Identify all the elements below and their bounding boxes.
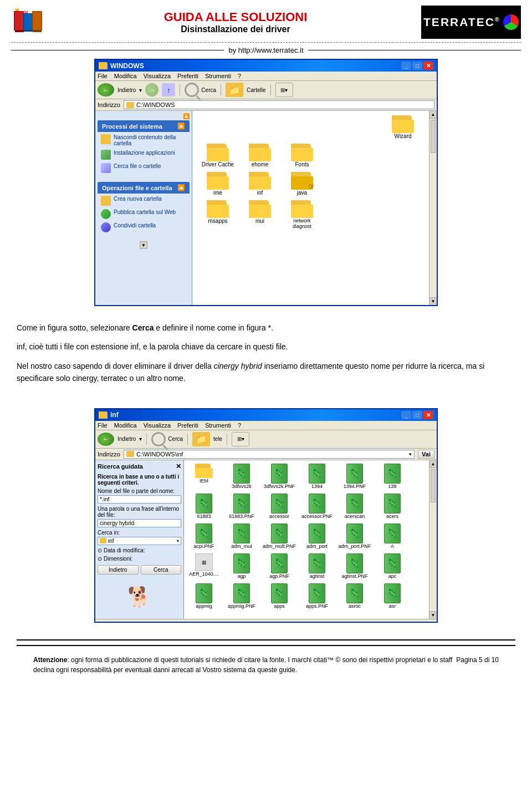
menu-modifica-2[interactable]: Modifica bbox=[114, 422, 137, 429]
menu-help-2[interactable]: ? bbox=[238, 422, 241, 429]
task-group-header-2[interactable]: Operazioni file e cartella 🔼 bbox=[98, 182, 190, 194]
scroll-down-indicator[interactable]: ▼ bbox=[98, 241, 190, 249]
file-drivercache[interactable]: Driver Cache bbox=[199, 144, 237, 167]
file2-appmig[interactable]: 🦎 appmig bbox=[186, 582, 222, 610]
name-input[interactable] bbox=[98, 495, 181, 504]
file2-1394-pnf[interactable]: 🦎 1394.PNF bbox=[337, 462, 372, 490]
minimize-button[interactable]: _ bbox=[401, 62, 411, 70]
search-label-1[interactable]: Cerca bbox=[201, 87, 216, 93]
size-collapse-icon[interactable]: ⊙ bbox=[98, 556, 102, 562]
menu-file-1[interactable]: File bbox=[98, 73, 108, 79]
file2-apps[interactable]: 🦎 apps bbox=[262, 582, 297, 610]
menu-preferiti-2[interactable]: Preferiti bbox=[177, 422, 198, 429]
maximize-button[interactable]: □ bbox=[412, 62, 422, 70]
search-in-combo[interactable]: inf ▾ bbox=[98, 537, 181, 545]
menu-strumenti-2[interactable]: Strumenti bbox=[205, 422, 231, 429]
file-mui[interactable]: mui bbox=[241, 200, 279, 229]
file2-adm-port[interactable]: 🦎 adm_port bbox=[299, 522, 335, 550]
file2-adm-mut[interactable]: 🦎 adm_mut bbox=[224, 522, 259, 550]
back-dropdown-1[interactable]: ▾ bbox=[139, 87, 142, 93]
address-field-2[interactable]: C:\WINDOWS\inf ▾ bbox=[124, 450, 415, 459]
file2-adm-mult-pnf[interactable]: 🦎 adm_mult.PNF bbox=[262, 522, 297, 550]
minimize-button-2[interactable]: _ bbox=[401, 411, 411, 419]
file2-acerscan[interactable]: 🦎 acerscan bbox=[337, 492, 372, 520]
file2-adm-port-pnf[interactable]: 🦎 adm_port.PNF bbox=[337, 522, 372, 550]
file2-139[interactable]: 🦎 139 bbox=[375, 462, 410, 490]
collapse-icon-2[interactable]: 🔼 bbox=[177, 184, 185, 191]
file2-apps-pnf[interactable]: 🦎 apps.PNF bbox=[299, 582, 335, 610]
address-dropdown-2[interactable]: ▾ bbox=[409, 451, 412, 457]
file2-agtinst[interactable]: 🦎 agtinst bbox=[299, 552, 335, 580]
file2-acers[interactable]: 🦎 acers bbox=[375, 492, 410, 520]
file2-3dfxvs2k-pnf[interactable]: 🦎 3dfxvs2k.PNF bbox=[262, 462, 297, 490]
search-close-icon[interactable]: ✕ bbox=[176, 462, 181, 470]
file-ehome[interactable]: ehome bbox=[241, 144, 279, 167]
menu-help-1[interactable]: ? bbox=[238, 73, 241, 79]
scrollbar-2[interactable]: ▲ ▼ bbox=[429, 460, 437, 619]
file-wizard[interactable]: Wizard bbox=[384, 115, 422, 139]
scrollbar-1[interactable]: ▲ ▼ bbox=[429, 111, 437, 305]
file2-apc[interactable]: 🦎 apc bbox=[375, 552, 410, 580]
scroll-up-2[interactable]: ▲ bbox=[429, 460, 437, 468]
task-item-hide[interactable]: Nascondi contenuto della cartella bbox=[101, 134, 186, 146]
file2-accessor-pnf[interactable]: 🦎 accessor.PNF bbox=[299, 492, 335, 520]
scroll-thumb-1[interactable] bbox=[431, 120, 436, 153]
file-network[interactable]: network diagnost bbox=[283, 200, 321, 229]
menu-strumenti-1[interactable]: Strumenti bbox=[205, 73, 231, 79]
file2-1394[interactable]: 🦎 1394 bbox=[299, 462, 335, 490]
file2-IEM[interactable]: IEM bbox=[186, 462, 222, 490]
phrase-input[interactable] bbox=[98, 519, 181, 527]
file2-asroc[interactable]: 🦎 asroc bbox=[337, 582, 372, 610]
scroll-down-1[interactable]: ▼ bbox=[429, 297, 437, 305]
file2-agtinst-pnf[interactable]: 🦎 agtinst.PNF bbox=[337, 552, 372, 580]
file2-acpi-pnf[interactable]: 🦎 acpi.PNF bbox=[186, 522, 222, 550]
menu-visualizza-1[interactable]: Visualizza bbox=[144, 73, 171, 79]
task-item-create[interactable]: Crea nuova cartella bbox=[101, 196, 186, 206]
up-button-1[interactable]: ↑ bbox=[162, 83, 175, 96]
file2-asr[interactable]: 🦎 asr bbox=[375, 582, 410, 610]
close-button[interactable]: ✕ bbox=[423, 62, 433, 70]
menu-preferiti-1[interactable]: Preferiti bbox=[177, 73, 198, 79]
file2-appmig-pnf[interactable]: 🦎 appmig.PNF bbox=[224, 582, 259, 610]
file-java[interactable]: ☞ java bbox=[283, 172, 321, 196]
view-button-1[interactable]: ⊞▾ bbox=[275, 83, 293, 97]
maximize-button-2[interactable]: □ bbox=[412, 411, 422, 419]
file-fonts[interactable]: Fonts bbox=[283, 144, 321, 167]
file2-AER[interactable]: ▦ AER_1040.... bbox=[186, 552, 222, 580]
file-inf[interactable]: inf bbox=[241, 172, 279, 196]
address-field-1[interactable]: C:\WINDOWS bbox=[124, 100, 434, 109]
task-item-publish[interactable]: Pubblica cartella sul Web bbox=[101, 209, 186, 219]
window-controls-2[interactable]: _ □ ✕ bbox=[401, 411, 433, 419]
back-dropdown-2[interactable]: ▾ bbox=[139, 436, 142, 442]
task-item-search[interactable]: Cerca file o cartelle bbox=[101, 163, 186, 173]
file2-61883[interactable]: 🦎 61883 bbox=[186, 492, 222, 520]
task-item-share[interactable]: Condividi cartella bbox=[101, 222, 186, 232]
file2-3dfxvs2k[interactable]: 🦎 3dfxvs2k bbox=[224, 462, 259, 490]
file-ime[interactable]: ime bbox=[199, 172, 237, 196]
search-label-2[interactable]: Cerca bbox=[168, 436, 183, 442]
size-section[interactable]: ⊙ Dimensioni: bbox=[98, 556, 181, 562]
file-msapps[interactable]: msapps bbox=[199, 200, 237, 229]
scroll-thumb-2[interactable] bbox=[431, 469, 436, 502]
scroll-arrow-up[interactable]: 🔼 bbox=[98, 113, 190, 119]
forward-button-1[interactable]: → bbox=[145, 83, 158, 96]
file2-accessor[interactable]: 🦎 accessor bbox=[262, 492, 297, 520]
menu-file-2[interactable]: File bbox=[98, 422, 108, 429]
window-controls[interactable]: _ □ ✕ bbox=[401, 62, 433, 70]
date-section[interactable]: ⊙ Data di modifica: bbox=[98, 547, 181, 553]
task-item-install[interactable]: Installazione applicazioni bbox=[101, 150, 186, 160]
file2-agp-pnf[interactable]: 🦎 agp.PNF bbox=[262, 552, 297, 580]
back-button-1[interactable]: ← bbox=[98, 83, 114, 96]
file2-A[interactable]: 🦎 A bbox=[375, 522, 410, 550]
close-button-2[interactable]: ✕ bbox=[423, 411, 433, 419]
combo-arrow-icon[interactable]: ▾ bbox=[177, 538, 179, 543]
folders-btn-1[interactable]: 📁 bbox=[226, 83, 243, 97]
back-search-btn[interactable]: Indietro bbox=[98, 565, 139, 575]
date-collapse-icon[interactable]: ⊙ bbox=[98, 547, 102, 553]
task-group-header-1[interactable]: Processi del sistema 🔼 bbox=[98, 120, 190, 132]
scroll-up-1[interactable]: ▲ bbox=[429, 111, 437, 119]
collapse-icon-1[interactable]: 🔼 bbox=[177, 123, 185, 130]
view-button-2[interactable]: ⊞▾ bbox=[232, 432, 249, 446]
search-execute-btn[interactable]: Cerca bbox=[141, 565, 182, 575]
file2-agp[interactable]: 🦎 agp bbox=[224, 552, 259, 580]
